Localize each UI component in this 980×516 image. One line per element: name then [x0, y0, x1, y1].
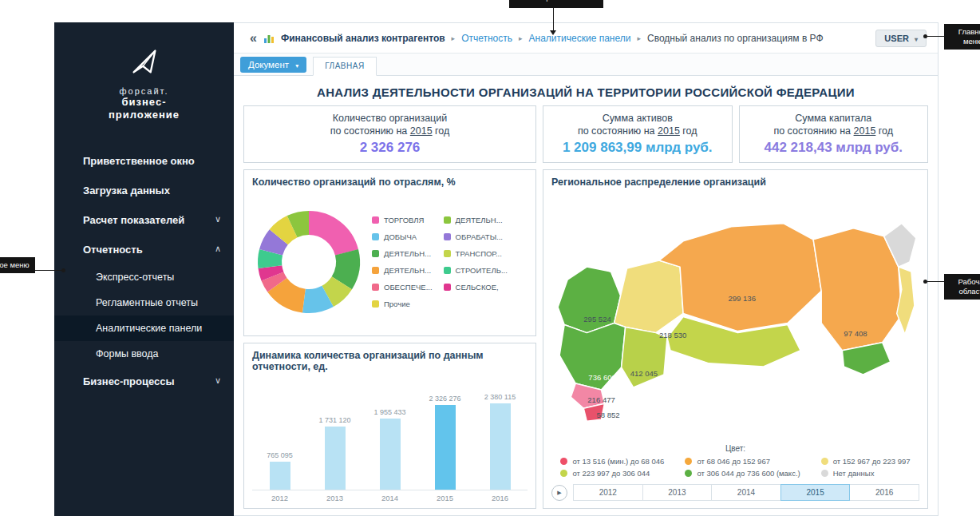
brand-block: форсайт. бизнес- приложение [54, 22, 234, 122]
breadcrumb-item-reports[interactable]: Отчетность [461, 33, 512, 44]
screenshot-root: Навигационное меню Главное меню Боковое … [0, 0, 980, 516]
donut-legend-item: ДЕЯТЕЛЬН... [444, 213, 508, 228]
sidebar-item[interactable]: Загрузка данных [54, 176, 234, 205]
industry-donut-panel: Количество организаций по отраслям, % ТО… [243, 169, 536, 336]
kpi-subtitle-suffix: год [433, 125, 450, 137]
map-panel-title: Региональное распределение организаций [543, 170, 927, 189]
sidebar-item[interactable]: Расчет показателей∨ [54, 205, 234, 235]
chevron-down-icon: ▾ [915, 36, 918, 43]
legend-label: от 152 967 до 223 997 [833, 457, 911, 466]
breadcrumb-item-panels[interactable]: Аналитические панели [529, 33, 631, 44]
kpi-subtitle-suffix: год [680, 125, 697, 137]
bar-panel-title: Динамика количества организаций по данны… [244, 343, 535, 374]
user-menu-label: USER [884, 34, 909, 43]
sidebar-item-label: Экспресс-отчеты [96, 272, 174, 283]
bar-axis-label: 2012 [255, 494, 304, 502]
sidebar-item-label: Аналитические панели [96, 323, 202, 334]
legend-swatch [372, 300, 379, 308]
timeline-year-2015[interactable]: 2015 [780, 484, 851, 501]
chevron-down-icon: ▾ [295, 62, 298, 69]
timeline-year-2012[interactable]: 2012 [573, 484, 643, 501]
bar-group: 765 095 [255, 451, 304, 490]
document-menu-button[interactable]: Документ ▾ [240, 57, 306, 73]
left-column: Количество организаций по отраслям, % ТО… [243, 169, 536, 509]
bar-axis-label: 2014 [365, 494, 414, 502]
legend-label: ДОБЫЧА [384, 232, 417, 241]
legend-swatch [444, 216, 451, 224]
annotation-right: Рабочая область [944, 274, 980, 300]
chevron-down-icon: ∨ [215, 375, 221, 386]
map-value-label: 299 136 [728, 294, 756, 303]
legend-label: Нет данных [833, 469, 875, 478]
legend-dot [685, 458, 692, 465]
app-window: форсайт. бизнес- приложение Приветственн… [54, 22, 939, 516]
kpi-year-link[interactable]: 2015 [658, 125, 680, 137]
map-legend: Цвет: от 13 516 (мин.) до 68 046от 68 04… [543, 444, 927, 481]
annotation-top-right: Главное меню [944, 24, 980, 50]
kpi-subtitle-prefix: по состоянию на [330, 125, 410, 137]
breadcrumb-separator-icon: ▸ [519, 34, 523, 42]
sidebar-item-label: Загрузка данных [83, 185, 170, 196]
sidebar-item[interactable]: Экспресс-отчеты [54, 264, 234, 290]
map-region-kamchatka[interactable] [897, 267, 915, 335]
legend-label: СЕЛЬСКОЕ, [456, 283, 499, 292]
donut-legend-item: ДОБЫЧА [372, 230, 433, 244]
sidebar-item[interactable]: Аналитические панели [54, 316, 234, 341]
map-legend-item: от 68 046 до 152 967 [685, 457, 800, 466]
annotation-left: Боковое меню [0, 257, 35, 273]
kpi-card-count: Количество организаций по состоянию на 2… [243, 105, 536, 163]
map-value-label: 216 477 [587, 395, 615, 404]
collapse-sidebar-icon[interactable]: « [250, 32, 257, 45]
bar [325, 427, 346, 490]
annotation-left-line [35, 270, 61, 271]
user-menu-button[interactable]: USER ▾ [875, 30, 927, 47]
sidebar-item[interactable]: Приветственное окно [54, 146, 234, 176]
sidebar-item-label: Формы ввода [96, 348, 159, 359]
dynamics-bar-panel: Динамика количества организаций по данны… [243, 343, 536, 510]
bar-group: 1 955 433 [365, 408, 414, 490]
map-legend-grid: от 13 516 (мин.) до 68 046от 68 046 до 1… [551, 457, 919, 478]
kpi-title: Сумма капитала [795, 113, 871, 124]
russia-map[interactable]: 295 524218 530299 13697 408736 600412 04… [547, 189, 924, 444]
sidebar-item[interactable]: Отчетность∧ [54, 235, 234, 264]
legend-swatch [372, 284, 379, 291]
kpi-row: Количество организаций по состоянию на 2… [243, 105, 928, 163]
tab-main[interactable]: ГЛАВНАЯ [313, 57, 376, 76]
legend-label: ДЕЯТЕЛЬН... [384, 266, 431, 275]
donut-legend: ТОРГОВЛЯДОБЫЧАДЕЯТЕЛЬН...ДЕЯТЕЛЬН...ОБЕС… [372, 213, 508, 312]
sidebar-item-label: Приветственное окно [83, 155, 195, 167]
report-app-icon [263, 33, 275, 44]
foresight-logo-icon [126, 43, 163, 80]
kpi-year-link[interactable]: 2015 [410, 125, 433, 137]
breadcrumb-separator-icon: ▸ [452, 34, 456, 42]
timeline-year-2014[interactable]: 2014 [711, 484, 781, 501]
bar-value-label: 1 731 120 [318, 416, 350, 424]
sidebar-item[interactable]: Бизнес-процессы∨ [54, 367, 234, 396]
timeline-year-2013[interactable]: 2013 [642, 484, 713, 501]
timeline-year-2016[interactable]: 2016 [849, 484, 919, 501]
sidebar-item[interactable]: Формы ввода [54, 341, 234, 367]
map-region-komi-ural[interactable] [614, 260, 684, 333]
annotation-top-line [553, 8, 554, 30]
map-legend-item: от 223 997 до 306 044 [560, 469, 664, 478]
bar [435, 405, 456, 490]
kpi-year-link[interactable]: 2015 [854, 125, 876, 137]
legend-label: ОБЕСПЕЧЕ... [384, 283, 433, 292]
sidebar-item[interactable]: Регламентные отчеты [54, 290, 234, 316]
bar-axis-label: 2016 [475, 494, 524, 502]
bar-value-label: 2 326 276 [429, 395, 460, 403]
bar-value-label: 765 095 [267, 451, 293, 459]
donut-panel-title: Количество организаций по отраслям, % [244, 170, 535, 189]
bar [490, 403, 511, 490]
chevron-down-icon: ∨ [215, 214, 221, 224]
region-map-panel: Региональное распределение организаций 2… [543, 169, 928, 509]
map-value-label: 412 045 [630, 369, 658, 378]
dashboard-content: АНАЛИЗ ДЕЯТЕЛЬНОСТИ ОРГАНИЗАЦИЙ НА ТЕРРИ… [234, 76, 938, 515]
document-menu-label: Документ [248, 60, 289, 69]
legend-swatch [372, 267, 379, 274]
sidebar-item-label: Бизнес-процессы [83, 375, 175, 387]
breadcrumb-item-root[interactable]: Финансовый анализ контрагентов [281, 33, 445, 44]
legend-label: от 68 046 до 152 967 [697, 457, 770, 466]
map-region-west-siberia[interactable] [659, 224, 821, 331]
play-button[interactable]: ▶ [551, 485, 567, 501]
